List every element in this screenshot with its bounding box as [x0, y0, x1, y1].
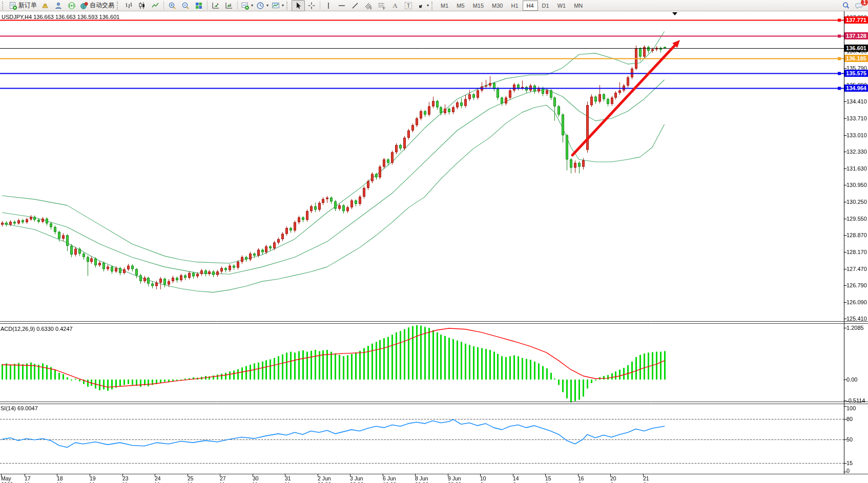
time-tick-label: 30 May 08:00: [253, 475, 266, 483]
cursor-button[interactable]: [292, 0, 305, 11]
timeframe-button-h4[interactable]: H4: [523, 1, 538, 11]
timeframe-button-h1[interactable]: H1: [507, 1, 522, 11]
fibonacci-button[interactable]: F: [375, 0, 388, 11]
price-badge: 136.601: [844, 45, 868, 52]
macd-scale-label: -0.5114: [846, 397, 865, 404]
equidistant-channel-button[interactable]: E: [362, 0, 375, 11]
signal-icon: [68, 2, 76, 10]
text-label-icon: T: [405, 2, 412, 9]
time-tick-label: 15 Jun 08:00: [545, 475, 559, 483]
notification-badge: 1: [860, 0, 868, 6]
trendline-icon: [351, 2, 359, 10]
search-icon: [842, 2, 850, 10]
toolbar-grip[interactable]: [117, 2, 120, 10]
trendline-button[interactable]: [348, 0, 362, 11]
rsi-scale-label: 0: [846, 468, 850, 474]
price-tick-label: 131.630: [846, 165, 867, 172]
gold-ingot-icon: [41, 2, 49, 10]
chevron-down-icon: ▾: [266, 3, 268, 8]
time-tick-label: 8 Jun 00:00: [415, 475, 428, 483]
toolbar: 新订单 自动交易: [0, 0, 868, 11]
time-tick-label: May 2022: [1, 475, 13, 483]
template-button[interactable]: ▾: [270, 0, 285, 11]
zoom-in-button[interactable]: [166, 0, 179, 11]
price-tick-label: 127.470: [846, 266, 867, 272]
macd-scale-label: 0.00: [846, 376, 857, 383]
timeframe-button-m5[interactable]: M5: [452, 1, 468, 11]
time-tick-label: 3 Jun 08:00: [350, 475, 363, 483]
price-tick-label: 126.090: [846, 299, 867, 305]
equidistant-channel-icon: E: [364, 2, 373, 10]
zoom-out-button[interactable]: [179, 0, 192, 11]
chart-shift-button[interactable]: [222, 0, 236, 11]
autotrade-button[interactable]: 自动交易: [78, 0, 116, 11]
timeframe-button-w1[interactable]: W1: [553, 1, 570, 11]
vertical-line-icon: [324, 2, 333, 10]
template-icon: [272, 2, 280, 10]
new-chart-icon: [241, 2, 249, 10]
new-order-icon: [9, 2, 17, 10]
zoom-out-icon: [181, 2, 190, 10]
new-order-label: 新订单: [18, 1, 37, 10]
crosshair-icon: [307, 2, 316, 10]
candlestick-chart-button[interactable]: [135, 0, 149, 11]
timeframe-button-m15[interactable]: M15: [469, 1, 488, 11]
time-tick-label: 20 Jun 00:00: [610, 475, 624, 483]
text-button[interactable]: A: [388, 0, 402, 11]
arrows-button[interactable]: ▾: [415, 0, 430, 11]
chart-title: USDJPY,H4 136.663 136.663 136.593 136.60…: [2, 14, 119, 20]
price-tick-label: 126.790: [846, 282, 867, 288]
timeframe-button-d1[interactable]: D1: [538, 1, 553, 11]
notifications-button[interactable]: 1: [853, 0, 866, 11]
accounts-icon: [54, 2, 63, 10]
arrows-icon: [417, 2, 425, 10]
text-label-button[interactable]: T: [402, 0, 415, 11]
signal-button[interactable]: [65, 0, 78, 11]
search-button[interactable]: [839, 0, 853, 11]
accounts-button[interactable]: [52, 0, 65, 11]
tile-windows-button[interactable]: [192, 0, 205, 11]
time-tick-label: 14 Jun 00:00: [513, 475, 526, 483]
crosshair-button[interactable]: [305, 0, 318, 11]
line-chart-button[interactable]: [149, 0, 162, 11]
price-badge: 137.128: [844, 32, 868, 39]
chevron-down-icon: ▾: [251, 3, 253, 8]
fibonacci-icon: F: [378, 2, 386, 10]
toolbar-grip[interactable]: [431, 2, 435, 10]
price-badge: 137.771: [844, 16, 868, 24]
price-badge: 134.964: [844, 85, 868, 92]
price-tick-label: 133.010: [846, 132, 867, 138]
mt4-window: 新订单 自动交易: [0, 0, 868, 483]
chevron-down-icon: ▾: [427, 3, 429, 8]
rsi-scale-label: 80: [846, 416, 853, 422]
zoom-in-icon: [168, 2, 176, 10]
price-tick-label: 128.170: [846, 249, 867, 255]
toolbar-grip[interactable]: [2, 2, 5, 10]
line-chart-icon: [151, 2, 159, 10]
chevron-down-icon: ▾: [282, 3, 284, 8]
new-order-button[interactable]: 新订单: [7, 0, 38, 11]
auto-scroll-button[interactable]: [209, 0, 222, 11]
time-tick-label: 19 May 16:00: [90, 475, 103, 483]
bar-chart-icon: [125, 2, 133, 10]
chart-canvas[interactable]: [0, 0, 868, 483]
bar-chart-button[interactable]: [122, 0, 135, 11]
auto-scroll-icon: [212, 2, 220, 10]
timeframe-button-m1[interactable]: M1: [437, 1, 452, 11]
fibo-letter: F: [383, 6, 385, 10]
toolbar-grip[interactable]: [286, 2, 290, 10]
time-tick-label: 27 May 00:00: [220, 475, 233, 483]
time-tick-label: 10 Jun 16:00: [480, 475, 493, 483]
horizontal-line-button[interactable]: [335, 0, 348, 11]
timeframe-button-m30[interactable]: M30: [488, 1, 507, 11]
cursor-icon: [294, 2, 302, 10]
timeframe-button-mn[interactable]: MN: [570, 1, 587, 11]
vertical-line-button[interactable]: [322, 0, 335, 11]
tile-windows-icon: [195, 2, 203, 10]
time-tick-label: 17 May 00:00: [25, 475, 38, 483]
deposit-button[interactable]: [38, 0, 52, 11]
autotrade-icon: [80, 2, 88, 10]
new-chart-button[interactable]: ▾: [239, 0, 255, 11]
price-tick-label: 128.870: [846, 232, 867, 238]
period-button[interactable]: ▾: [255, 0, 270, 11]
